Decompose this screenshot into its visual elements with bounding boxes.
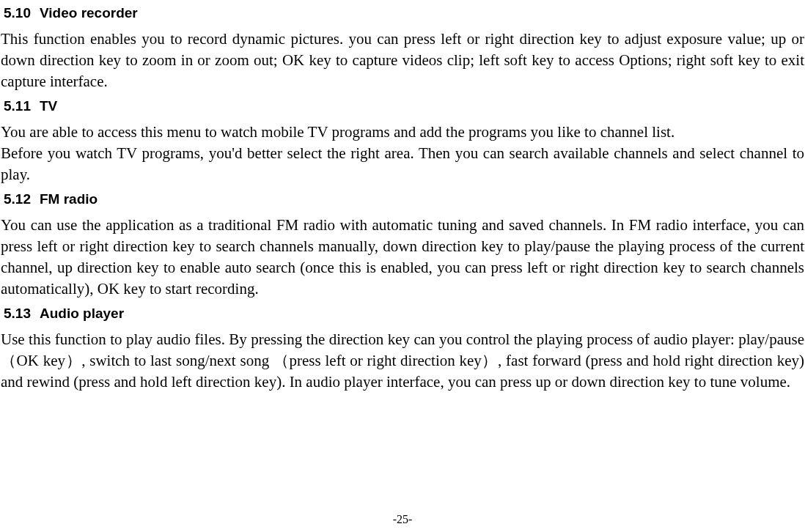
section-heading-513: 5.13Audio player	[0, 306, 805, 322]
section-body-510: This function enables you to record dyna…	[1, 29, 804, 92]
section-body-513: Use this function to play audio files. B…	[1, 329, 804, 393]
section-heading-512: 5.12FM radio	[0, 191, 805, 207]
section-body-511a: You are able to access this menu to watc…	[1, 122, 804, 143]
document-page: 5.10Video recorder This function enables…	[0, 0, 805, 393]
section-title: FM radio	[40, 191, 98, 207]
section-title: Video recorder	[40, 5, 138, 21]
section-title: TV	[40, 98, 57, 114]
section-body-512: You can use the application as a traditi…	[1, 215, 804, 300]
page-footer: -25-	[0, 513, 805, 526]
section-body-511b: Before you watch TV programs, you'd bett…	[1, 143, 804, 185]
section-title: Audio player	[40, 306, 124, 321]
section-heading-511: 5.11TV	[0, 98, 805, 114]
page-number: -25-	[393, 513, 413, 525]
section-number: 5.11	[4, 98, 31, 114]
section-number: 5.12	[4, 191, 31, 207]
section-number: 5.13	[4, 306, 31, 322]
section-number: 5.10	[4, 5, 31, 21]
section-heading-510: 5.10Video recorder	[0, 5, 805, 21]
